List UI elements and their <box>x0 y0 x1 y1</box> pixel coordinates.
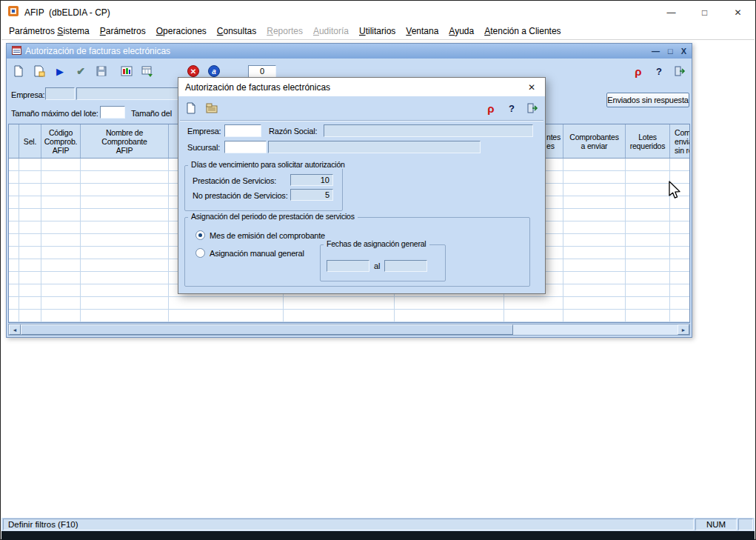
properties-icon <box>33 65 45 77</box>
mdi-area: Autorización de facturas electrónicas — … <box>1 40 755 518</box>
grid-column-a-enviar[interactable]: Comprobantesa enviar <box>563 124 626 158</box>
child-minimize-button[interactable]: — <box>652 47 660 56</box>
empresa-label: Empresa: <box>11 90 44 99</box>
menu-item-operaciones[interactable]: Operaciones <box>151 24 212 39</box>
asignacion-groupbox: Asignación del periodo de prestación de … <box>184 217 530 287</box>
fechas-legend: Fechas de asignación general <box>324 239 429 248</box>
menu-item-atencion-a-clientes[interactable]: Atención a Clientes <box>479 24 566 39</box>
fecha-hasta-input[interactable] <box>384 260 427 272</box>
menu-item-parametros-sistema[interactable]: Parámetros Sistema <box>4 24 95 39</box>
minimize-button[interactable]: — <box>655 1 688 23</box>
dialog-sucursal-input[interactable] <box>224 141 267 153</box>
card-file-icon <box>206 103 218 114</box>
cancel-icon: ✕ <box>187 65 199 77</box>
menu-item-ventana[interactable]: Ventana <box>401 24 444 39</box>
support-icon: ρ <box>487 102 494 115</box>
help-icon: ? <box>656 66 662 77</box>
dialog-empresa-input[interactable] <box>224 124 261 137</box>
menu-item-consultas[interactable]: Consultas <box>212 24 261 39</box>
radio-asignacion-manual[interactable] <box>195 248 205 258</box>
vencimiento-legend: Días de vencimiento para solicitar autor… <box>188 160 348 169</box>
fechas-groupbox: Fechas de asignación general al <box>320 244 446 281</box>
grid-column-lotes[interactable]: Lotesrequeridos <box>626 124 670 158</box>
grid-column-sel[interactable]: Sel. <box>19 124 41 158</box>
export-grid-button[interactable] <box>138 62 156 80</box>
child-titlebar[interactable]: Autorización de facturas electrónicas — … <box>7 44 692 59</box>
empresa-input[interactable] <box>45 87 75 100</box>
tamano-lote-input[interactable] <box>100 106 125 119</box>
dialog-title: Autorización de facturas electrónicas <box>185 82 330 93</box>
confirm-button[interactable]: ✔ <box>72 62 90 80</box>
authorize-icon: a <box>208 65 220 77</box>
scroll-right-button[interactable]: ► <box>678 324 689 335</box>
dialog-exit-button[interactable] <box>524 100 541 116</box>
al-label: al <box>374 261 380 270</box>
new-document-icon <box>185 102 197 114</box>
autorizacion-dialog: Autorización de facturas electrónicas ✕ … <box>178 77 546 294</box>
scrollbar-thumb[interactable] <box>21 324 513 335</box>
vencimiento-groupbox: Días de vencimiento para solicitar autor… <box>184 165 343 211</box>
help-icon: ? <box>509 103 515 114</box>
child-caption-buttons: — □ X <box>652 47 686 56</box>
check-icon: ✔ <box>76 65 85 77</box>
menu-item-ayuda[interactable]: Ayuda <box>444 24 479 39</box>
lote-counter-field[interactable]: 0 <box>248 65 276 78</box>
window-bottom-edge <box>1 531 755 540</box>
radio-mes-label[interactable]: Mes de emisión del comprobante <box>210 231 325 240</box>
scroll-left-button[interactable]: ◄ <box>9 324 21 335</box>
status-pane-empty <box>738 519 753 530</box>
new-button[interactable] <box>10 62 27 80</box>
radio-mes-emision[interactable] <box>195 230 205 240</box>
enviados-sin-respuesta-button[interactable]: Enviados sin respuesta <box>606 93 689 107</box>
menu-item-parametros[interactable]: Parámetros <box>95 24 151 39</box>
menu-item-reportes: Reportes <box>261 24 308 39</box>
export-grid-icon <box>141 65 153 77</box>
fecha-desde-input[interactable] <box>327 260 369 272</box>
support-button[interactable]: ρ <box>629 62 647 80</box>
child-maximize-button[interactable]: □ <box>668 47 673 56</box>
grid-column-enviados[interactable]: Comprobaenviadosin respu <box>670 124 690 158</box>
child-window-title: Autorización de facturas electrónicas <box>25 46 170 56</box>
prestacion-dias-field[interactable]: 10 <box>290 174 333 186</box>
dialog-titlebar[interactable]: Autorización de facturas electrónicas ✕ <box>178 78 545 96</box>
database-columns-icon <box>121 65 133 77</box>
dialog-browse-button[interactable] <box>204 100 220 116</box>
titlebar: AFIP (dbELDIA - CP) — □ ✕ <box>1 1 755 23</box>
dialog-close-button[interactable]: ✕ <box>518 78 545 96</box>
exit-button[interactable] <box>671 62 689 80</box>
asignacion-legend: Asignación del periodo de prestación de … <box>188 212 358 221</box>
scrollbar-track[interactable] <box>21 324 678 335</box>
tamano-del-label: Tamaño del <box>131 109 172 118</box>
grid-row-13[interactable] <box>9 310 689 322</box>
dialog-new-button[interactable] <box>183 100 199 116</box>
menu-item-utilitarios[interactable]: Utilitarios <box>354 24 401 39</box>
window-caption-buttons: — □ ✕ <box>655 1 755 23</box>
dialog-empresa-label: Empresa: <box>187 127 221 136</box>
grid-column-selector[interactable] <box>9 124 19 158</box>
new-document-icon <box>13 65 24 77</box>
dialog-sucursal-label: Sucursal: <box>187 143 220 152</box>
exit-icon <box>674 65 686 77</box>
tamano-lote-label: Tamaño máximo del lote: <box>11 109 98 118</box>
save-button[interactable] <box>93 62 110 80</box>
menu-item-auditoria: Auditoría <box>308 24 354 39</box>
dialog-razon-label: Razón Social: <box>269 127 317 136</box>
grid-column-nombre[interactable]: Nombre deComprobanteAFIP <box>81 124 169 158</box>
dialog-sucursal-desc-field <box>268 141 481 153</box>
dialog-help-button[interactable]: ? <box>504 100 520 116</box>
grid-column-codigo[interactable]: CódigoComprob.AFIP <box>41 124 81 158</box>
edit-properties-button[interactable] <box>30 62 48 80</box>
run-button[interactable]: ▶ <box>51 62 69 80</box>
child-close-button[interactable]: X <box>681 47 686 56</box>
statusbar: Definir filtros (F10) NUM <box>1 518 755 531</box>
dialog-support-button[interactable]: ρ <box>483 100 499 116</box>
maximize-button[interactable]: □ <box>688 1 721 23</box>
close-button[interactable]: ✕ <box>721 1 755 23</box>
grid-row-12[interactable] <box>9 297 689 310</box>
help-button[interactable]: ? <box>650 62 668 80</box>
window-title: AFIP (dbELDIA - CP) <box>24 7 110 18</box>
database-button[interactable] <box>118 62 136 80</box>
child-window-icon <box>12 46 21 57</box>
no-prestacion-dias-field[interactable]: 5 <box>290 189 333 201</box>
radio-manual-label[interactable]: Asignación manual general <box>210 249 304 258</box>
